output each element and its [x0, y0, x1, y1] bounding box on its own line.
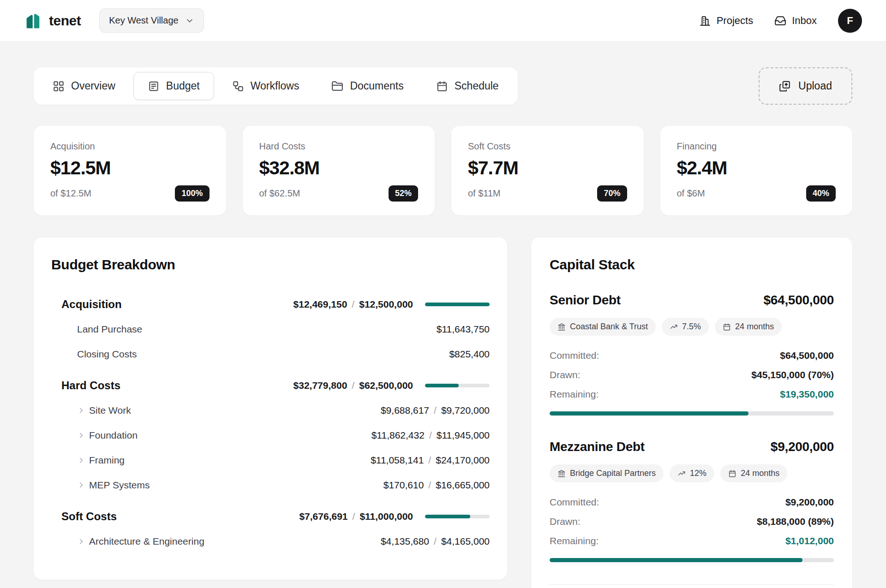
budget-item-amount: $825,400: [449, 349, 490, 360]
budget-category-row-soft-costs[interactable]: Soft Costs $7,676,691/$11,000,000: [51, 504, 490, 529]
budget-category-amounts: $12,469,150/$12,500,000: [293, 299, 413, 310]
total-amount: $62,500,000: [359, 380, 413, 391]
top-bar: tenet Key West Village Projects Inbox F: [0, 0, 886, 42]
tab-budget[interactable]: Budget: [133, 72, 214, 100]
tab-workflows[interactable]: Workflows: [218, 72, 314, 100]
tranche-details: Committed: $64,500,000 Drawn: $45,150,00…: [550, 346, 834, 404]
lender-name: Coastal Bank & Trust: [570, 322, 648, 332]
chevron-right-icon: [77, 537, 85, 546]
budget-item-amounts: $170,610/$16,665,000: [383, 480, 490, 491]
budget-breakdown-title: Budget Breakdown: [51, 257, 490, 273]
trending-up-icon: [677, 469, 686, 478]
bank-icon: [557, 469, 566, 478]
nav-inbox[interactable]: Inbox: [774, 15, 817, 27]
bank-icon: [557, 323, 566, 331]
budget-category-row-acquisition[interactable]: Acquisition $12,469,150/$12,500,000: [51, 292, 490, 317]
budget-item-amounts: $11,862,432/$11,945,000: [371, 430, 490, 441]
rate-badge: 7.5%: [662, 318, 709, 336]
tranche-details: Committed: $9,200,000 Drawn: $8,188,000 …: [550, 493, 834, 551]
spent-amount: $11,862,432: [371, 430, 425, 440]
spent-amount: $170,610: [383, 480, 424, 490]
remaining-label: Remaining:: [550, 535, 599, 546]
tranche-badges: Coastal Bank & Trust 7.5% 24 months: [550, 318, 834, 336]
term-badge: 24 months: [720, 464, 787, 482]
committed-value: $9,200,000: [785, 497, 834, 508]
tranche-amount: $64,500,000: [764, 293, 834, 308]
lender-name: Bridge Capital Partners: [570, 469, 656, 478]
amount-separator: /: [352, 380, 354, 391]
stat-card-soft-costs: Soft Costs $7.7M of $11M 70%: [451, 126, 644, 215]
drawn-value: $8,188,000 (89%): [757, 516, 834, 527]
budget-item-row-mep-systems[interactable]: MEP Systems $170,610/$16,665,000: [51, 473, 490, 498]
amount-separator: /: [352, 299, 354, 309]
budget-item-label: Site Work: [89, 405, 381, 416]
chevron-down-icon: [185, 16, 194, 25]
budget-item-label: Closing Costs: [77, 349, 449, 360]
avatar[interactable]: F: [838, 9, 862, 33]
stat-of-total: of $62.5M: [259, 188, 300, 199]
spent-amount: $7,676,691: [299, 511, 347, 522]
rate-badge: 12%: [670, 464, 714, 482]
page-content: Overview Budget Workflows Documents: [0, 42, 886, 588]
budget-item-row-site-work[interactable]: Site Work $9,688,617/$9,720,000: [51, 398, 490, 423]
stat-value: $2.4M: [677, 157, 836, 179]
drawn-label: Drawn:: [550, 516, 581, 527]
tranche-mezzanine-debt: Mezzanine Debt $9,200,000 Bridge Capital…: [550, 440, 834, 562]
tab-workflows-label: Workflows: [251, 80, 299, 92]
tabs-row: Overview Budget Workflows Documents: [34, 67, 852, 105]
tab-overview[interactable]: Overview: [38, 72, 130, 100]
upload-button[interactable]: Upload: [759, 67, 852, 105]
committed-label: Committed:: [550, 497, 599, 508]
grid-icon: [53, 80, 65, 92]
buildings-icon: [699, 15, 711, 27]
tab-budget-label: Budget: [166, 80, 200, 92]
budget-item-row-land-purchase: Land Purchase $11,643,750: [51, 317, 490, 342]
category-progress-bar: [425, 515, 490, 518]
nav-projects-label: Projects: [717, 15, 753, 27]
upload-icon: [779, 80, 791, 92]
workflow-icon: [232, 80, 244, 92]
budget-item-label: Foundation: [89, 430, 371, 441]
project-selector-value: Key West Village: [109, 15, 178, 26]
tab-bar: Overview Budget Workflows Documents: [34, 67, 518, 105]
stat-card-financing: Financing $2.4M of $6M 40%: [660, 126, 853, 215]
upload-button-label: Upload: [798, 80, 832, 92]
category-progress-bar: [425, 303, 490, 306]
spent-amount: $9,688,617: [381, 405, 429, 416]
project-selector[interactable]: Key West Village: [99, 8, 204, 33]
stat-card-acquisition: Acquisition $12.5M of $12.5M 100%: [34, 126, 226, 215]
nav-projects[interactable]: Projects: [699, 15, 753, 27]
spent-amount: $12,469,150: [293, 299, 347, 309]
committed-label: Committed:: [550, 350, 599, 361]
budget-item-row-architecture-engineering[interactable]: Architecture & Engineering $4,135,680/$4…: [51, 529, 490, 554]
tranche-name: Mezzanine Debt: [550, 440, 645, 454]
lender-badge: Coastal Bank & Trust: [550, 318, 656, 336]
stat-cards-row: Acquisition $12.5M of $12.5M 100% Hard C…: [34, 126, 852, 215]
tab-documents[interactable]: Documents: [317, 72, 418, 100]
remaining-value: $1,012,000: [785, 535, 834, 546]
tab-documents-label: Documents: [350, 80, 403, 92]
budget-category-row-hard-costs[interactable]: Hard Costs $32,779,800/$62,500,000: [51, 373, 490, 398]
folder-icon: [331, 80, 343, 92]
section-divider: [550, 584, 834, 585]
rate-value: 7.5%: [682, 322, 701, 332]
budget-item-row-framing[interactable]: Framing $11,058,141/$24,170,000: [51, 448, 490, 473]
budget-item-amount: $11,643,750: [437, 324, 490, 335]
tranche-amount: $9,200,000: [771, 440, 834, 454]
amount-separator: /: [353, 511, 355, 522]
total-amount: $12,500,000: [359, 299, 413, 309]
budget-item-amounts: $9,688,617/$9,720,000: [381, 405, 490, 416]
calendar-icon: [728, 469, 736, 478]
term-value: 24 months: [741, 469, 779, 478]
budget-category-label: Soft Costs: [61, 510, 299, 523]
amount-separator: /: [434, 405, 437, 416]
stat-label: Soft Costs: [468, 141, 627, 152]
nav-inbox-label: Inbox: [792, 15, 817, 27]
lender-badge: Bridge Capital Partners: [550, 464, 664, 482]
budget-item-row-foundation[interactable]: Foundation $11,862,432/$11,945,000: [51, 423, 490, 448]
total-amount: $24,170,000: [436, 455, 490, 465]
tab-schedule[interactable]: Schedule: [422, 72, 513, 100]
stat-value: $7.7M: [468, 157, 627, 179]
rate-value: 12%: [690, 469, 706, 478]
brand-name: tenet: [49, 13, 81, 29]
